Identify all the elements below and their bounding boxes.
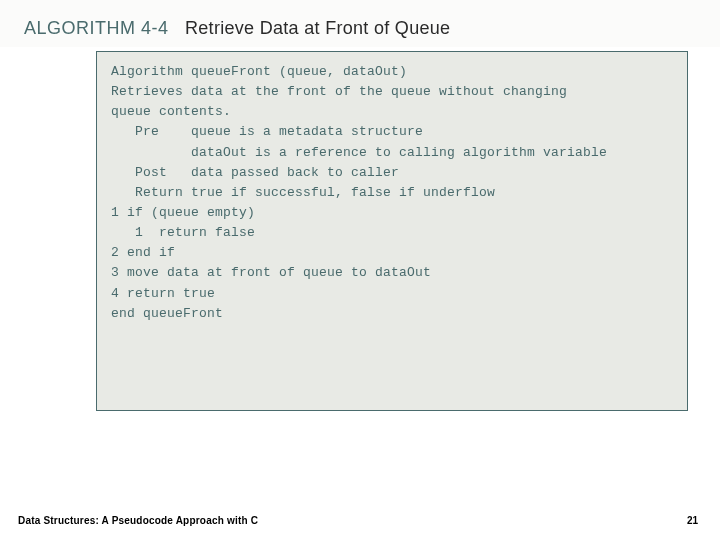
code-line: 3 move data at front of queue to dataOut — [111, 263, 683, 283]
algorithm-title: Retrieve Data at Front of Queue — [185, 18, 450, 38]
code-line: 4 return true — [111, 284, 683, 304]
code-line: 1 return false — [111, 223, 683, 243]
pseudocode-box: Algorithm queueFront (queue, dataOut) Re… — [96, 51, 688, 411]
code-line: Retrieves data at the front of the queue… — [111, 82, 683, 102]
code-line: end queueFront — [111, 304, 683, 324]
footer-book-title: Data Structures: A Pseudocode Approach w… — [18, 515, 258, 526]
code-line: queue contents. — [111, 102, 683, 122]
code-line: 2 end if — [111, 243, 683, 263]
page-number: 21 — [687, 515, 698, 526]
code-line: Pre queue is a metadata structure — [111, 122, 683, 142]
code-line: Post data passed back to caller — [111, 163, 683, 183]
code-line: Return true if successful, false if unde… — [111, 183, 683, 203]
code-line: 1 if (queue empty) — [111, 203, 683, 223]
algorithm-header: ALGORITHM 4-4 Retrieve Data at Front of … — [0, 0, 720, 47]
algorithm-number: ALGORITHM 4-4 — [24, 18, 169, 38]
code-line: dataOut is a reference to calling algori… — [111, 143, 683, 163]
code-line: Algorithm queueFront (queue, dataOut) — [111, 62, 683, 82]
page-footer: Data Structures: A Pseudocode Approach w… — [18, 515, 698, 526]
